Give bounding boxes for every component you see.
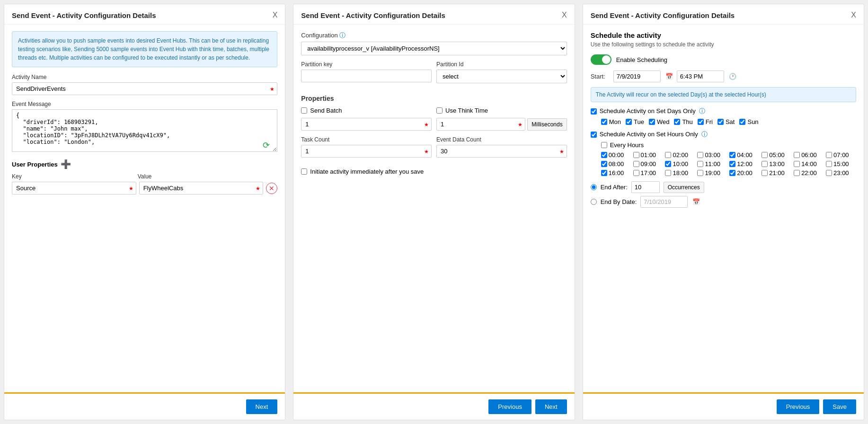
start-time-clock-icon[interactable]: 🕐	[729, 73, 736, 80]
hour-checkbox-1700[interactable]	[633, 170, 639, 176]
hour-label-0800[interactable]: 08:00	[609, 160, 624, 168]
hour-label-1000[interactable]: 10:00	[673, 160, 688, 168]
hour-label-2000[interactable]: 20:00	[737, 169, 753, 177]
send-batch-label[interactable]: Send Batch	[310, 107, 342, 114]
day-checkbox-sat[interactable]	[717, 119, 724, 125]
hour-checkbox-2100[interactable]	[762, 170, 768, 176]
think-time-label[interactable]: Use Think Time	[445, 107, 488, 114]
day-label-thu[interactable]: Thu	[682, 118, 692, 125]
day-checkbox-thu[interactable]	[674, 119, 680, 125]
panel-3-close[interactable]: X	[851, 11, 856, 19]
task-count-input[interactable]	[301, 145, 432, 158]
hour-checkbox-1200[interactable]	[729, 161, 735, 167]
config-info-icon[interactable]: ⓘ	[339, 32, 345, 39]
hour-checkbox-1500[interactable]	[826, 161, 832, 167]
start-date-calendar-icon[interactable]: 📅	[665, 73, 673, 80]
day-label-sun[interactable]: Sun	[747, 118, 758, 125]
panel-3-previous-button[interactable]: Previous	[777, 399, 820, 414]
hour-checkbox-0700[interactable]	[826, 152, 832, 158]
day-label-wed[interactable]: Wed	[657, 118, 670, 125]
hour-label-2200[interactable]: 22:00	[801, 169, 817, 177]
day-checkbox-fri[interactable]	[698, 119, 704, 125]
panel-1-close[interactable]: X	[273, 11, 278, 19]
every-hours-checkbox[interactable]	[601, 142, 607, 148]
day-checkbox-wed[interactable]	[649, 119, 655, 125]
day-label-mon[interactable]: Mon	[609, 118, 621, 125]
hour-label-2300[interactable]: 23:00	[833, 169, 849, 177]
hour-checkbox-1900[interactable]	[697, 170, 703, 176]
start-time-input[interactable]	[677, 71, 724, 82]
hour-checkbox-0100[interactable]	[633, 152, 639, 158]
day-label-fri[interactable]: Fri	[706, 118, 713, 125]
every-hours-label[interactable]: Every Hours	[610, 141, 644, 149]
hour-checkbox-1400[interactable]	[794, 161, 800, 167]
schedule-hours-checkbox[interactable]	[591, 132, 597, 138]
schedule-days-info-icon[interactable]: ⓘ	[699, 107, 705, 115]
occurrences-button[interactable]: Occurrences	[664, 182, 704, 193]
key-input[interactable]	[12, 182, 136, 194]
hour-checkbox-2000[interactable]	[729, 170, 735, 176]
think-time-checkbox[interactable]	[436, 107, 443, 114]
schedule-days-label[interactable]: Schedule Activity on Set Days Only ⓘ	[600, 107, 706, 115]
hour-label-1900[interactable]: 19:00	[705, 169, 720, 177]
day-label-sat[interactable]: Sat	[726, 118, 735, 125]
hour-label-1600[interactable]: 16:00	[609, 169, 624, 177]
day-checkbox-mon[interactable]	[601, 119, 607, 125]
hour-checkbox-2200[interactable]	[794, 170, 800, 176]
hour-checkbox-0300[interactable]	[697, 152, 703, 158]
hour-checkbox-0900[interactable]	[633, 161, 639, 167]
hour-label-1400[interactable]: 14:00	[801, 160, 817, 168]
hour-label-1800[interactable]: 18:00	[673, 169, 688, 177]
hour-label-0700[interactable]: 07:00	[833, 151, 849, 159]
activity-name-input[interactable]	[12, 82, 277, 95]
end-by-date-input[interactable]	[640, 196, 688, 208]
hour-checkbox-1800[interactable]	[665, 170, 671, 176]
end-after-label[interactable]: End After:	[601, 184, 628, 191]
end-by-date-calendar-icon[interactable]: 📅	[692, 198, 700, 205]
schedule-hours-label[interactable]: Schedule Activity on Set Hours Only ⓘ	[600, 130, 708, 139]
hour-label-1700[interactable]: 17:00	[641, 169, 656, 177]
hour-label-0300[interactable]: 03:00	[705, 151, 720, 159]
save-button[interactable]: Save	[823, 399, 856, 414]
partition-id-select[interactable]: select	[436, 70, 567, 83]
hour-label-0600[interactable]: 06:00	[801, 151, 817, 159]
hour-checkbox-2300[interactable]	[826, 170, 832, 176]
end-by-date-label[interactable]: End By Date:	[601, 198, 637, 205]
schedule-days-checkbox[interactable]	[591, 108, 597, 115]
end-after-input[interactable]	[631, 181, 660, 193]
hour-checkbox-0800[interactable]	[601, 161, 607, 167]
panel-2-next-button[interactable]: Next	[535, 399, 567, 414]
schedule-hours-info-icon[interactable]: ⓘ	[701, 131, 708, 138]
hour-label-1500[interactable]: 15:00	[833, 160, 849, 168]
event-data-count-input[interactable]	[436, 145, 567, 158]
hour-label-2100[interactable]: 21:00	[769, 169, 785, 177]
initiate-checkbox[interactable]	[301, 168, 307, 175]
event-message-input[interactable]: { "driverId": 168903291, "name": "John m…	[12, 109, 277, 152]
end-after-radio[interactable]	[591, 184, 597, 190]
hour-checkbox-0400[interactable]	[729, 152, 735, 158]
hour-checkbox-1000[interactable]	[665, 161, 671, 167]
initiate-label[interactable]: Initiate activity immediately after you …	[310, 168, 424, 175]
hour-label-0200[interactable]: 02:00	[673, 151, 688, 159]
start-date-input[interactable]	[613, 71, 661, 82]
day-checkbox-tue[interactable]	[626, 119, 632, 125]
hour-checkbox-0600[interactable]	[794, 152, 800, 158]
panel-2-previous-button[interactable]: Previous	[488, 399, 531, 414]
hour-checkbox-1600[interactable]	[601, 170, 607, 176]
enable-scheduling-toggle[interactable]	[591, 54, 611, 65]
hour-label-1300[interactable]: 13:00	[769, 160, 785, 168]
hour-checkbox-0500[interactable]	[762, 152, 768, 158]
end-by-date-radio[interactable]	[591, 199, 597, 205]
hour-checkbox-0200[interactable]	[665, 152, 671, 158]
hour-checkbox-1100[interactable]	[697, 161, 703, 167]
hour-label-1200[interactable]: 12:00	[737, 160, 753, 168]
think-time-input[interactable]	[436, 118, 525, 131]
day-label-tue[interactable]: Tue	[634, 118, 644, 125]
day-checkbox-sun[interactable]	[739, 119, 745, 125]
hour-label-0900[interactable]: 09:00	[641, 160, 656, 168]
config-select[interactable]: availabilityprocessor_v [AvailabilityPro…	[301, 42, 567, 55]
hour-label-1100[interactable]: 11:00	[705, 160, 720, 168]
panel-1-next-button[interactable]: Next	[246, 399, 278, 414]
hour-label-0500[interactable]: 05:00	[769, 151, 785, 159]
add-property-button[interactable]: ➕	[61, 159, 71, 169]
